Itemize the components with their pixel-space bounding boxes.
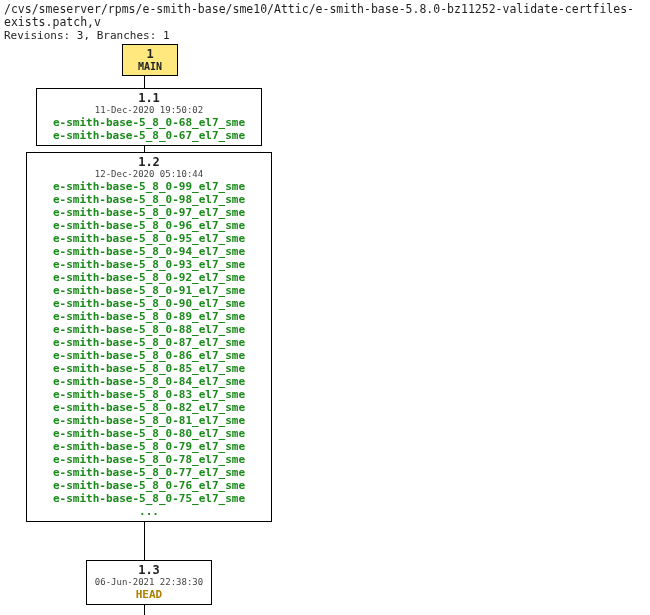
revision-tag: e-smith-base-5_8_0-85_el7_sme	[32, 362, 266, 375]
revision-tags-ellipsis: ...	[32, 505, 266, 518]
revision-date: 11-Dec-2020 19:50:02	[42, 105, 256, 116]
revision-tag: e-smith-base-5_8_0-86_el7_sme	[32, 349, 266, 362]
revision-tag: e-smith-base-5_8_0-78_el7_sme	[32, 453, 266, 466]
revisions-summary: Revisions: 3, Branches: 1	[4, 29, 646, 42]
revision-number: 1.3	[92, 563, 206, 577]
head-label: HEAD	[92, 588, 206, 601]
revision-tag: e-smith-base-5_8_0-67_el7_sme	[42, 129, 256, 142]
branch-number: 1	[128, 47, 172, 61]
revision-number: 1.1	[42, 91, 256, 105]
revision-tag: e-smith-base-5_8_0-97_el7_sme	[32, 206, 266, 219]
branch-label: MAIN	[128, 61, 172, 72]
revision-node-1.1[interactable]: 1.1 11-Dec-2020 19:50:02 e-smith-base-5_…	[36, 88, 262, 146]
revision-tag: e-smith-base-5_8_0-80_el7_sme	[32, 427, 266, 440]
revision-tag: e-smith-base-5_8_0-68_el7_sme	[42, 116, 256, 129]
revision-tag: e-smith-base-5_8_0-99_el7_sme	[32, 180, 266, 193]
revision-tag: e-smith-base-5_8_0-90_el7_sme	[32, 297, 266, 310]
revision-tag: e-smith-base-5_8_0-96_el7_sme	[32, 219, 266, 232]
revision-date: 06-Jun-2021 22:38:30	[92, 577, 206, 588]
revision-tag: e-smith-base-5_8_0-88_el7_sme	[32, 323, 266, 336]
revision-date: 12-Dec-2020 05:10:44	[32, 169, 266, 180]
revision-tag: e-smith-base-5_8_0-93_el7_sme	[32, 258, 266, 271]
revision-tag: e-smith-base-5_8_0-89_el7_sme	[32, 310, 266, 323]
revision-tag: e-smith-base-5_8_0-95_el7_sme	[32, 232, 266, 245]
revision-tag: e-smith-base-5_8_0-79_el7_sme	[32, 440, 266, 453]
file-path: /cvs/smeserver/rpms/e-smith-base/sme10/A…	[4, 3, 646, 29]
revision-tag: e-smith-base-5_8_0-75_el7_sme	[32, 492, 266, 505]
branch-box-main[interactable]: 1 MAIN	[122, 44, 178, 76]
revision-tag: e-smith-base-5_8_0-76_el7_sme	[32, 479, 266, 492]
revision-tags: e-smith-base-5_8_0-68_el7_smee-smith-bas…	[42, 116, 256, 142]
revision-tag: e-smith-base-5_8_0-84_el7_sme	[32, 375, 266, 388]
revision-tag: e-smith-base-5_8_0-82_el7_sme	[32, 401, 266, 414]
revision-tag: e-smith-base-5_8_0-81_el7_sme	[32, 414, 266, 427]
revision-number: 1.2	[32, 155, 266, 169]
revision-tag: e-smith-base-5_8_0-87_el7_sme	[32, 336, 266, 349]
revision-tag: e-smith-base-5_8_0-91_el7_sme	[32, 284, 266, 297]
revision-tag: e-smith-base-5_8_0-98_el7_sme	[32, 193, 266, 206]
file-header: /cvs/smeserver/rpms/e-smith-base/sme10/A…	[0, 0, 650, 42]
revision-tag: e-smith-base-5_8_0-92_el7_sme	[32, 271, 266, 284]
revision-tag: e-smith-base-5_8_0-77_el7_sme	[32, 466, 266, 479]
revision-tag: e-smith-base-5_8_0-83_el7_sme	[32, 388, 266, 401]
revision-tags: e-smith-base-5_8_0-99_el7_smee-smith-bas…	[32, 180, 266, 518]
revision-tag: e-smith-base-5_8_0-94_el7_sme	[32, 245, 266, 258]
revision-node-1.2[interactable]: 1.2 12-Dec-2020 05:10:44 e-smith-base-5_…	[26, 152, 272, 522]
revision-node-1.3[interactable]: 1.3 06-Jun-2021 22:38:30 HEAD	[86, 560, 212, 605]
